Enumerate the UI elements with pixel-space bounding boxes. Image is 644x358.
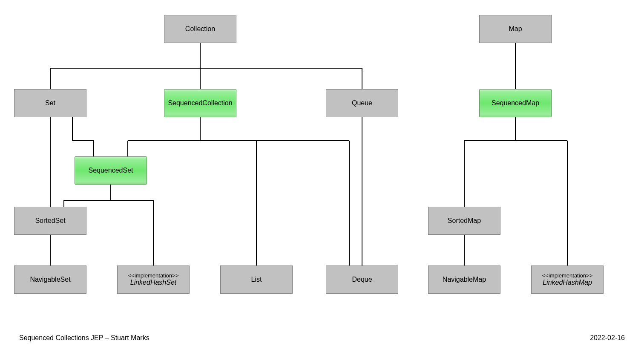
node-label: SequencedMap: [492, 99, 539, 107]
node-label: Set: [45, 99, 55, 107]
node-label: SequencedSet: [89, 167, 133, 174]
node-map: Map: [479, 15, 552, 43]
node-sequenced-map: SequencedMap: [479, 89, 552, 117]
node-navigable-set: NavigableSet: [14, 266, 86, 294]
node-collection: Collection: [164, 15, 236, 43]
node-sorted-map: SortedMap: [428, 207, 500, 235]
node-sorted-set: SortedSet: [14, 207, 86, 235]
node-queue: Queue: [326, 89, 398, 117]
node-label: NavigableSet: [30, 276, 70, 283]
node-label: SortedMap: [448, 217, 481, 225]
node-label: LinkedHashMap: [543, 279, 592, 286]
node-sequenced-collection: SequencedCollection: [164, 89, 236, 117]
node-label: List: [251, 276, 262, 283]
footer-left: Sequenced Collections JEP – Stuart Marks: [19, 334, 150, 342]
node-label: SequencedCollection: [168, 99, 232, 107]
node-stereo: <<implementation>>: [542, 273, 593, 279]
node-sequenced-set: SequencedSet: [75, 156, 147, 185]
node-label: Map: [509, 25, 522, 33]
node-navigable-map: NavigableMap: [428, 266, 500, 294]
node-label: LinkedHashSet: [130, 279, 177, 286]
node-list: List: [220, 266, 293, 294]
node-label: Collection: [185, 25, 215, 33]
node-linked-hash-set: <<implementation>> LinkedHashSet: [117, 266, 190, 294]
node-label: SortedSet: [35, 217, 65, 225]
node-stereo: <<implementation>>: [128, 273, 179, 279]
node-label: Deque: [352, 276, 372, 283]
footer-right: 2022-02-16: [590, 334, 625, 342]
node-set: Set: [14, 89, 86, 117]
node-label: NavigableMap: [443, 276, 486, 283]
node-deque: Deque: [326, 266, 398, 294]
node-linked-hash-map: <<implementation>> LinkedHashMap: [531, 266, 604, 294]
node-label: Queue: [352, 99, 372, 107]
